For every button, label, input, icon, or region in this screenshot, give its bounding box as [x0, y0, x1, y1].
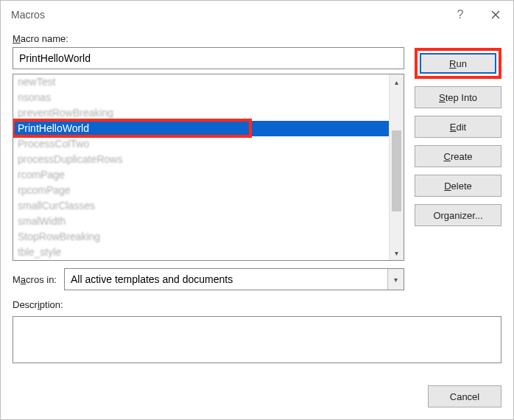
scroll-up-icon[interactable]: ▴ — [390, 74, 404, 89]
macros-dialog: Macros ? Macro name: newTestnsonaspreven… — [0, 0, 514, 420]
cancel-button[interactable]: Cancel — [428, 385, 501, 407]
dialog-title: Macros — [11, 9, 45, 21]
scrollbar[interactable]: ▴ ▾ — [389, 74, 404, 260]
delete-button[interactable]: Delete — [415, 175, 501, 197]
step-into-button[interactable]: Step Into — [415, 86, 501, 108]
list-item[interactable]: StopRowBreaking — [13, 229, 389, 245]
list-item[interactable]: preventRowBreaking — [13, 105, 389, 121]
edit-button[interactable]: Edit — [415, 116, 501, 138]
titlebar: Macros ? — [1, 1, 513, 29]
list-item[interactable]: processDuplicateRows — [13, 152, 389, 167]
list-item[interactable]: newTest — [13, 74, 389, 90]
list-item[interactable]: tble_style — [13, 245, 389, 260]
chevron-down-icon[interactable]: ▾ — [387, 269, 404, 290]
run-button[interactable]: Run — [420, 53, 496, 74]
run-highlight: Run — [415, 48, 501, 79]
list-item[interactable]: ProcessColTwo — [13, 136, 389, 152]
description-label: Description: — [13, 299, 501, 310]
help-button[interactable]: ? — [443, 1, 478, 29]
list-item[interactable]: rcomPage — [13, 167, 389, 183]
macros-in-value: All active templates and documents — [65, 273, 387, 285]
macro-name-input[interactable] — [13, 47, 404, 69]
list-item[interactable]: nsonas — [13, 90, 389, 105]
description-box — [13, 316, 501, 363]
macros-in-label: Macros in: — [13, 274, 57, 285]
scroll-down-icon[interactable]: ▾ — [390, 245, 404, 260]
list-item[interactable]: PrintHelloWorld — [13, 121, 389, 136]
macro-list[interactable]: newTestnsonaspreventRowBreakingPrintHell… — [13, 74, 404, 261]
list-item[interactable]: rpcomPage — [13, 183, 389, 198]
organizer-button[interactable]: Organizer... — [415, 204, 501, 226]
close-icon — [491, 10, 500, 19]
macro-name-label: Macro name: — [13, 33, 404, 44]
scroll-thumb[interactable] — [392, 130, 401, 211]
scroll-track[interactable] — [390, 89, 404, 245]
macros-in-combo[interactable]: All active templates and documents ▾ — [64, 268, 404, 290]
create-button[interactable]: Create — [415, 145, 501, 167]
list-item[interactable]: smallCurClasses — [13, 198, 389, 214]
list-item[interactable]: smalWidth — [13, 214, 389, 229]
close-button[interactable] — [478, 1, 513, 29]
